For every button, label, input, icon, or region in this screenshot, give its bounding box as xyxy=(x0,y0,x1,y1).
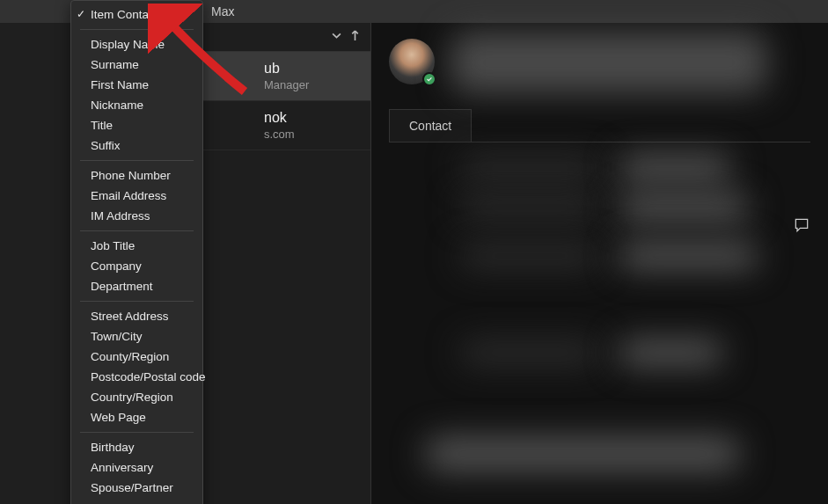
dropdown-item[interactable]: Town/City xyxy=(71,326,202,347)
dropdown-item[interactable]: County/Region xyxy=(71,347,202,367)
dropdown-item[interactable]: Phone Number xyxy=(71,165,202,186)
tab-contact[interactable]: Contact xyxy=(389,109,472,142)
tab-strip: Contact xyxy=(389,109,810,142)
dropdown-item[interactable]: Spouse/Partner xyxy=(71,478,202,498)
left-gutter xyxy=(0,23,70,504)
search-value[interactable]: Max xyxy=(211,4,234,18)
dropdown-separator xyxy=(80,230,194,231)
contact-name-fragment: ub xyxy=(264,61,356,77)
dropdown-item[interactable]: Country/Region xyxy=(71,387,202,407)
blurred-region xyxy=(618,155,732,181)
blurred-region xyxy=(618,340,723,366)
dropdown-separator xyxy=(80,160,194,161)
blurred-region xyxy=(459,243,600,269)
contact-name-fragment: nok xyxy=(264,110,356,126)
dropdown-item[interactable]: Postcode/Postal code xyxy=(71,367,202,387)
blurred-region xyxy=(459,194,600,221)
dropdown-item[interactable]: Suffix xyxy=(71,135,202,156)
dropdown-item[interactable]: Surname xyxy=(71,55,202,75)
dropdown-item[interactable]: First Name xyxy=(71,75,202,95)
blurred-region xyxy=(459,155,600,181)
presence-badge xyxy=(422,72,436,86)
contact-subtitle: Manager xyxy=(264,78,356,91)
dropdown-item[interactable]: Item Contains xyxy=(71,4,202,25)
dropdown-item[interactable]: Birthday xyxy=(71,437,202,457)
dropdown-item[interactable]: Email Address xyxy=(71,186,202,206)
blurred-region xyxy=(424,436,741,471)
dropdown-item[interactable]: Title xyxy=(71,115,202,135)
dropdown-separator xyxy=(80,432,194,433)
dropdown-separator xyxy=(80,29,194,30)
dropdown-item[interactable]: Nickname xyxy=(71,95,202,115)
avatar-wrap xyxy=(389,39,435,84)
contact-subtitle: s.com xyxy=(264,128,356,141)
blurred-region xyxy=(451,32,767,93)
dropdown-item[interactable]: IM Address xyxy=(71,206,202,226)
dropdown-item[interactable]: Display Name xyxy=(71,34,202,55)
sort-up-icon[interactable] xyxy=(350,30,360,44)
search-field-dropdown[interactable]: Item ContainsDisplay NameSurnameFirst Na… xyxy=(70,0,203,504)
chat-icon[interactable] xyxy=(793,216,810,237)
blurred-region xyxy=(618,243,758,269)
dropdown-item[interactable]: Street Address xyxy=(71,306,202,326)
dropdown-item[interactable]: Interests xyxy=(71,498,202,504)
contact-detail-panel: Contact xyxy=(371,23,828,504)
dropdown-item[interactable]: Anniversary xyxy=(71,457,202,478)
chevron-down-icon[interactable] xyxy=(332,31,341,43)
blurred-region xyxy=(459,340,600,366)
dropdown-item[interactable]: Company xyxy=(71,256,202,276)
dropdown-item[interactable]: Job Title xyxy=(71,236,202,256)
dropdown-item[interactable]: Department xyxy=(71,276,202,296)
blurred-region xyxy=(618,194,750,221)
dropdown-item[interactable]: Web Page xyxy=(71,407,202,427)
dropdown-separator xyxy=(80,301,194,302)
